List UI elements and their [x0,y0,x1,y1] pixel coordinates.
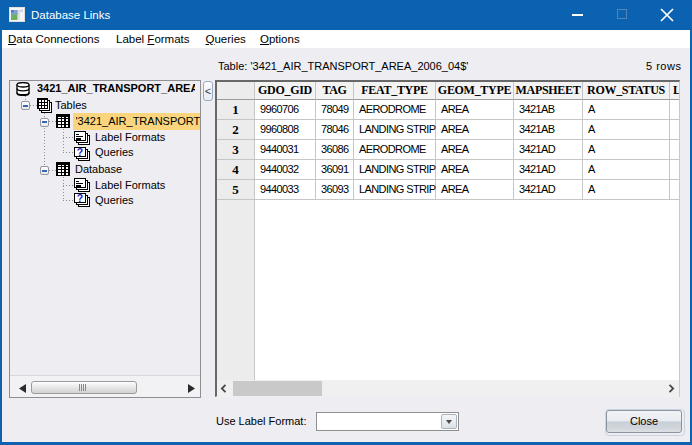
svg-text:?: ? [77,193,83,204]
svg-text:?: ? [77,147,83,158]
